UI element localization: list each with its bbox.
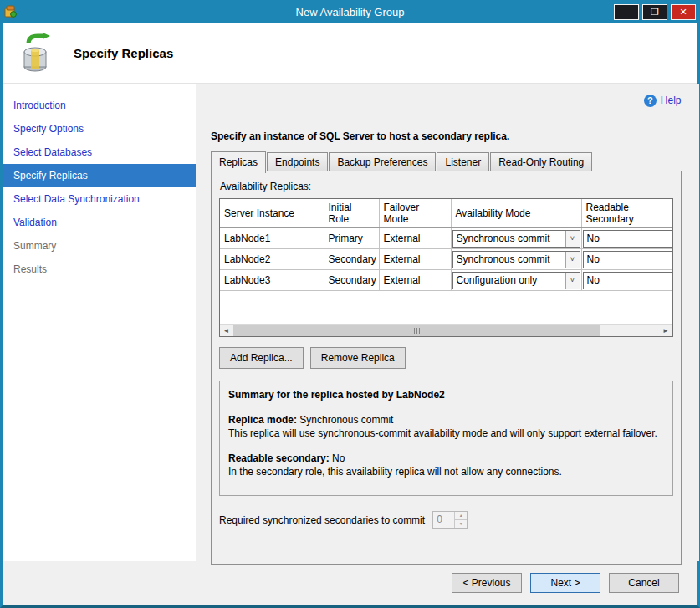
sidebar-item-validation[interactable]: Validation xyxy=(3,211,196,234)
availability-group-icon xyxy=(17,32,60,75)
help-icon: ? xyxy=(644,95,657,107)
replica-mode-description: This replica will use synchronous-commit… xyxy=(228,427,664,440)
spinner-buttons: ▲ ▼ xyxy=(454,512,467,528)
readable-secondary-line: Readable secondary: No xyxy=(228,452,664,465)
chevron-down-icon[interactable]: ˅ xyxy=(565,273,580,289)
tab-strip: Replicas Endpoints Backup Preferences Li… xyxy=(211,152,682,171)
readable-secondary-description: In the secondary role, this availability… xyxy=(228,465,664,478)
replica-mode-value: Synchronous commit xyxy=(297,414,393,426)
replica-row-labnode3: LabNode3 Secondary External Configuratio… xyxy=(220,270,672,291)
initial-role-cell: Secondary xyxy=(324,249,379,270)
maximize-button[interactable]: ❐ xyxy=(642,4,667,20)
spinner-value: 0 xyxy=(433,512,454,528)
availability-mode-select[interactable]: Configuration only ˅ xyxy=(452,272,580,289)
scroll-left-icon[interactable]: ◄ xyxy=(220,325,232,336)
close-button[interactable]: ✕ xyxy=(671,4,696,20)
availability-replicas-label: Availability Replicas: xyxy=(220,181,673,192)
scrollbar-thumb[interactable] xyxy=(233,325,600,336)
failover-mode-cell: External xyxy=(379,228,451,249)
spinner-up-icon: ▲ xyxy=(455,512,467,519)
required-secondaries-spinner: 0 ▲ ▼ xyxy=(432,511,468,529)
required-secondaries-row: Required synchronized secondaries to com… xyxy=(219,511,673,529)
required-secondaries-label: Required synchronized secondaries to com… xyxy=(219,514,425,526)
cancel-button[interactable]: Cancel xyxy=(609,573,679,593)
minimize-button[interactable]: – xyxy=(614,4,639,20)
remove-replica-button[interactable]: Remove Replica xyxy=(310,347,406,369)
sidebar-item-introduction[interactable]: Introduction xyxy=(3,94,196,117)
help-link[interactable]: ? Help xyxy=(211,92,682,109)
replica-row-labnode1: LabNode1 Primary External Synchronous co… xyxy=(220,228,672,249)
column-header-initial-role: Initial Role xyxy=(324,199,379,228)
readable-secondary-select[interactable]: No xyxy=(583,272,673,289)
initial-role-cell: Secondary xyxy=(324,270,379,291)
add-replica-button[interactable]: Add Replica... xyxy=(219,347,304,369)
new-availability-group-dialog: New Availability Group – ❐ ✕ Specify Rep… xyxy=(0,0,700,608)
sidebar-item-specify-options[interactable]: Specify Options xyxy=(3,117,196,141)
server-instance-cell: LabNode1 xyxy=(220,228,324,249)
server-instance-cell: LabNode3 xyxy=(220,270,324,291)
readable-secondary-label: Readable secondary: xyxy=(228,452,330,464)
replica-row-labnode2: LabNode2 Secondary External Synchronous … xyxy=(220,249,672,270)
replicas-tab-panel: Availability Replicas: Server Instance I… xyxy=(211,171,682,565)
tab-listener[interactable]: Listener xyxy=(437,152,489,171)
tab-replicas[interactable]: Replicas xyxy=(211,151,266,173)
chevron-down-icon[interactable]: ˅ xyxy=(565,252,580,268)
tab-backup-preferences[interactable]: Backup Preferences xyxy=(329,152,436,171)
sidebar-item-summary: Summary xyxy=(3,234,196,258)
sidebar-item-results: Results xyxy=(3,258,196,281)
replica-mode-line: Replica mode: Synchronous commit xyxy=(228,413,664,427)
readable-secondary-select[interactable]: No xyxy=(583,230,673,248)
main-content: ? Help Specify an instance of SQL Server… xyxy=(196,84,699,561)
scroll-right-icon[interactable]: ► xyxy=(660,325,672,336)
replica-mode-label: Replica mode: xyxy=(228,414,297,426)
tab-endpoints[interactable]: Endpoints xyxy=(267,152,328,171)
failover-mode-cell: External xyxy=(379,270,451,291)
next-button[interactable]: Next > xyxy=(530,573,600,593)
server-instance-cell: LabNode2 xyxy=(220,249,324,270)
sidebar-item-specify-replicas[interactable]: Specify Replicas xyxy=(3,164,196,187)
wizard-body: Introduction Specify Options Select Data… xyxy=(3,84,697,561)
readable-secondary-select[interactable]: No xyxy=(583,251,673,268)
sidebar-item-select-data-synchronization[interactable]: Select Data Synchronization xyxy=(3,187,196,211)
replica-buttons-row: Add Replica... Remove Replica xyxy=(219,347,673,369)
instruction-text: Specify an instance of SQL Server to hos… xyxy=(211,130,682,142)
column-header-readable-secondary: Readable Secondary xyxy=(581,199,672,228)
initial-role-cell: Primary xyxy=(324,228,379,249)
availability-mode-select[interactable]: Synchronous commit ˅ xyxy=(452,230,580,248)
readable-secondary-value: No xyxy=(330,452,345,464)
column-header-server-instance: Server Instance xyxy=(220,199,324,228)
window-title: New Availability Group xyxy=(0,6,700,18)
column-header-failover-mode: Failover Mode xyxy=(379,199,451,228)
availability-replicas-grid: Server Instance Initial Role Failover Mo… xyxy=(219,198,673,337)
wizard-header: Specify Replicas xyxy=(3,23,697,84)
summary-title: Summary for the replica hosted by LabNod… xyxy=(228,388,664,401)
sidebar-item-select-databases[interactable]: Select Databases xyxy=(3,141,196,164)
tab-read-only-routing[interactable]: Read-Only Routing xyxy=(490,152,592,171)
chevron-down-icon[interactable]: ˅ xyxy=(565,231,580,247)
failover-mode-cell: External xyxy=(379,249,451,270)
availability-mode-select[interactable]: Synchronous commit ˅ xyxy=(452,251,580,268)
window-controls: – ❐ ✕ xyxy=(614,4,696,20)
previous-button[interactable]: < Previous xyxy=(452,573,522,593)
footer-button-bar: < Previous Next > Cancel xyxy=(3,561,697,605)
wizard-steps-sidebar: Introduction Specify Options Select Data… xyxy=(3,84,196,561)
table-horizontal-scrollbar[interactable]: ◄ ► xyxy=(220,324,672,336)
spinner-down-icon: ▼ xyxy=(455,519,467,528)
replica-summary-panel: Summary for the replica hosted by LabNod… xyxy=(219,381,673,496)
scrollbar-track[interactable] xyxy=(232,325,660,336)
help-label[interactable]: Help xyxy=(661,95,682,106)
page-title: Specify Replicas xyxy=(74,46,173,60)
titlebar: New Availability Group – ❐ ✕ xyxy=(0,0,700,23)
grid-header-row: Server Instance Initial Role Failover Mo… xyxy=(220,199,672,228)
column-header-availability-mode: Availability Mode xyxy=(451,199,581,228)
